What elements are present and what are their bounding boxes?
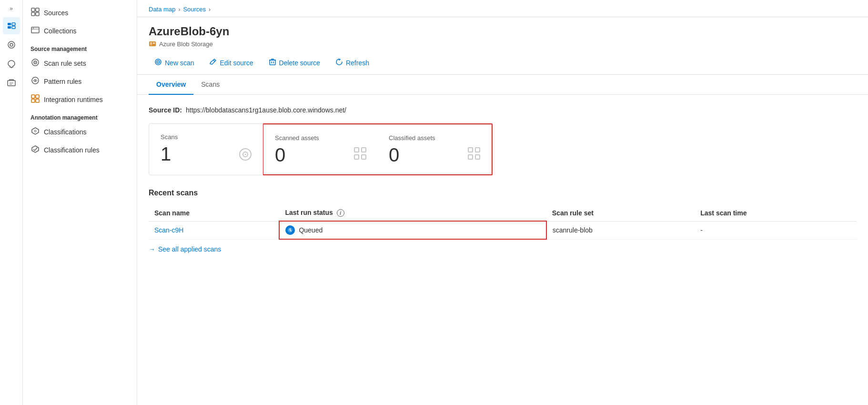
svg-rect-24 xyxy=(31,99,35,102)
table-row: Scan-c9H Queued xyxy=(149,221,857,239)
scanned-assets-label: Scanned assets xyxy=(275,134,366,142)
svg-point-19 xyxy=(35,62,36,63)
recent-scans-title: Recent scans xyxy=(149,189,857,197)
page-title: AzureBlob-6yn xyxy=(149,25,857,38)
last-run-status-cell: Queued xyxy=(279,221,546,239)
svg-rect-0 xyxy=(8,23,11,25)
scans-table: Scan name Last run status i Scan rule se… xyxy=(149,205,857,240)
sidebar-collapse-btn[interactable]: » xyxy=(3,4,20,13)
svg-point-21 xyxy=(35,80,36,81)
breadcrumb: Data map › Sources › xyxy=(137,0,868,17)
svg-rect-10 xyxy=(31,8,35,11)
integration-runtimes-icon xyxy=(30,94,40,105)
sidebar-icon-management[interactable] xyxy=(3,74,20,91)
refresh-icon xyxy=(335,58,343,68)
sidebar-item-label-pattern-rules: Pattern rules xyxy=(44,78,81,85)
azure-blob-icon xyxy=(149,40,156,48)
svg-rect-29 xyxy=(153,42,155,44)
svg-rect-48 xyxy=(468,155,473,159)
svg-point-33 xyxy=(158,61,159,62)
classified-assets-label: Classified assets xyxy=(389,134,480,142)
svg-rect-3 xyxy=(12,26,15,29)
scans-stat-card: Scans 1 xyxy=(149,123,263,175)
svg-rect-13 xyxy=(36,12,39,16)
svg-line-34 xyxy=(213,60,215,61)
content-area: Source ID: https://blobdatascans1rg1ause… xyxy=(137,95,868,405)
scans-card-label: Scans xyxy=(161,133,251,141)
svg-rect-14 xyxy=(31,27,39,33)
sidebar-icon-catalog[interactable] xyxy=(3,36,20,53)
breadcrumb-data-map[interactable]: Data map xyxy=(149,6,175,13)
source-id-value: https://blobdatascans1rg1ause.blob.core.… xyxy=(186,106,346,114)
svg-rect-46 xyxy=(468,148,473,152)
sidebar-icon-insights[interactable] xyxy=(3,55,20,72)
annotation-management-header: Annotation management xyxy=(23,109,137,123)
page-storage-type: Azure Blob Storage xyxy=(159,40,213,48)
see-all-scans-link[interactable]: → See all applied scans xyxy=(149,245,857,253)
breadcrumb-sources[interactable]: Sources xyxy=(183,6,206,13)
svg-rect-49 xyxy=(475,155,480,159)
recent-scans-section: Recent scans Scan name Last run status i… xyxy=(149,189,857,253)
svg-point-4 xyxy=(8,41,15,48)
edit-source-icon xyxy=(209,58,217,68)
edit-source-button[interactable]: Edit source xyxy=(203,55,259,71)
sidebar-item-sources[interactable]: Sources xyxy=(23,4,137,22)
source-id-label: Source ID: xyxy=(149,106,182,114)
svg-point-5 xyxy=(10,43,13,46)
tab-scans[interactable]: Scans xyxy=(193,75,227,95)
scanned-assets-card: Scanned assets 0 xyxy=(263,124,378,174)
tab-overview[interactable]: Overview xyxy=(149,75,193,95)
scan-name-link[interactable]: Scan-c9H xyxy=(154,226,183,234)
new-scan-icon xyxy=(154,58,162,68)
refresh-label: Refresh xyxy=(346,59,369,67)
sidebar-item-classifications[interactable]: Classifications xyxy=(23,123,137,141)
highlighted-cards-wrapper: Scanned assets 0 Classified assets 0 xyxy=(262,123,493,175)
stats-row: Scans 1 Scanned assets 0 xyxy=(149,123,857,175)
last-run-status-info-icon[interactable]: i xyxy=(337,209,344,217)
sidebar-item-label-scan-rule-sets: Scan rule sets xyxy=(44,60,86,67)
tabs: Overview Scans xyxy=(137,75,868,95)
svg-point-41 xyxy=(245,154,246,155)
status-text: Queued xyxy=(299,226,323,234)
classifications-icon xyxy=(30,127,40,137)
page-header: AzureBlob-6yn Azure Blob Storage xyxy=(137,17,868,51)
svg-rect-28 xyxy=(150,42,152,44)
sidebar-item-scan-rule-sets[interactable]: Scan rule sets xyxy=(23,54,137,72)
delete-source-label: Delete source xyxy=(279,59,320,67)
delete-source-icon xyxy=(269,58,276,68)
pattern-rules-icon xyxy=(30,76,40,87)
last-scan-time-cell: - xyxy=(695,221,857,239)
scans-card-icon xyxy=(238,147,253,165)
queued-status-icon xyxy=(285,225,295,235)
main-content: Data map › Sources › AzureBlob-6yn Azure… xyxy=(137,0,868,405)
svg-rect-43 xyxy=(362,148,366,152)
scanned-assets-icon xyxy=(353,146,368,164)
classification-rules-icon xyxy=(30,145,40,155)
sidebar-item-classification-rules[interactable]: Classification rules xyxy=(23,141,137,159)
refresh-button[interactable]: Refresh xyxy=(330,55,375,71)
new-scan-button[interactable]: New scan xyxy=(149,55,200,71)
delete-source-button[interactable]: Delete source xyxy=(263,55,326,71)
col-scan-name: Scan name xyxy=(149,205,279,221)
svg-rect-45 xyxy=(362,155,366,159)
sidebar-item-collections[interactable]: Collections xyxy=(23,22,137,40)
sidebar-icon-data-map[interactable] xyxy=(3,17,20,34)
sidebar-item-integration-runtimes[interactable]: Integration runtimes xyxy=(23,91,137,109)
sidebar-item-label-sources: Sources xyxy=(44,9,68,17)
sidebar-item-label-integration-runtimes: Integration runtimes xyxy=(44,96,103,103)
classified-assets-icon xyxy=(466,146,482,164)
sidebar-item-label-classification-rules: Classification rules xyxy=(44,146,100,154)
scan-rule-sets-icon xyxy=(30,58,40,69)
svg-rect-42 xyxy=(354,148,359,152)
see-all-label: See all applied scans xyxy=(158,245,221,253)
svg-rect-23 xyxy=(36,95,39,98)
svg-point-26 xyxy=(34,130,36,132)
col-last-run-status: Last run status i xyxy=(279,205,546,221)
svg-rect-25 xyxy=(36,99,39,102)
sidebar-item-label-collections: Collections xyxy=(44,27,76,35)
svg-rect-22 xyxy=(31,95,35,98)
see-all-arrow-icon: → xyxy=(149,245,155,253)
scan-name-cell: Scan-c9H xyxy=(149,221,279,239)
sidebar-item-pattern-rules[interactable]: Pattern rules xyxy=(23,72,137,91)
source-management-header: Source management xyxy=(23,40,137,54)
